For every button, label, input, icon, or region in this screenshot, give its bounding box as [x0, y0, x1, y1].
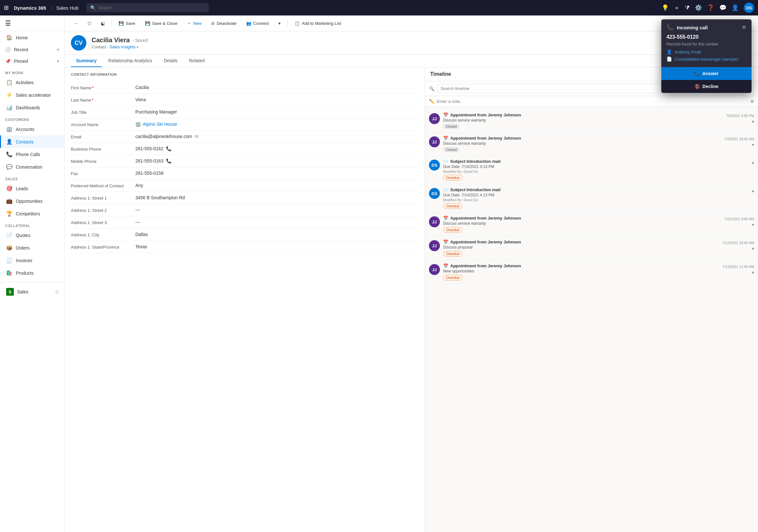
- lightbulb-icon[interactable]: 💡: [662, 4, 669, 11]
- sidebar-item-opportunities[interactable]: 💼 Opportunities: [0, 195, 64, 207]
- tl-expand-icon[interactable]: ▾: [752, 270, 754, 275]
- business-phone-call-icon[interactable]: 📞: [166, 146, 171, 151]
- sidebar-item-competitors[interactable]: 🏆 Competitors: [0, 207, 64, 220]
- chat-icon[interactable]: 💬: [719, 4, 726, 11]
- deactivate-button[interactable]: ⊘ Deactivate: [207, 19, 240, 28]
- sidebar-item-leads[interactable]: 🎯 Leads: [0, 182, 64, 195]
- timeline-note-input[interactable]: [437, 99, 748, 104]
- popup-button[interactable]: ⬕: [97, 19, 109, 28]
- field-email: Email cacilia@alpineskihouse.com ✉: [71, 130, 418, 143]
- grid-icon[interactable]: ⊞: [4, 4, 9, 11]
- user-avatar[interactable]: DS: [744, 3, 754, 13]
- save-button[interactable]: 💾 Save: [115, 19, 140, 28]
- hamburger-icon: ☰: [5, 19, 11, 27]
- note-options-icon[interactable]: ⊕: [750, 99, 754, 104]
- timeline-avatar: JJ: [429, 240, 440, 251]
- timeline-avatar: DS: [429, 160, 440, 170]
- marketing-icon: 📋: [294, 21, 300, 26]
- email-send-icon[interactable]: ✉: [195, 134, 198, 139]
- sidebar-label-recent: Recent: [14, 47, 28, 52]
- sidebar-item-home[interactable]: 🏠 Home: [0, 31, 64, 44]
- sidebar-item-dashboards[interactable]: 📊 Dashboards: [0, 101, 64, 114]
- sidebar-item-conversation[interactable]: 💬 Conversation: [0, 160, 64, 173]
- account-link[interactable]: 🏢 Alpine Ski House: [135, 122, 418, 127]
- sales-insights-link[interactable]: Sales Insights: [110, 45, 136, 49]
- sales-bottom-icon: S: [6, 288, 14, 296]
- tl-expand-icon[interactable]: ▾: [752, 119, 754, 124]
- sales-accelerator-icon: ⚡: [6, 92, 13, 98]
- appointment-icon: 📅: [443, 216, 448, 221]
- tab-relationship-analytics[interactable]: Relationship Analytics: [103, 55, 157, 67]
- help-icon[interactable]: ❓: [707, 4, 714, 11]
- timeline-item: JJ 📅 Appointment from Jeremy Johnson Dis…: [425, 212, 758, 236]
- sidebar-item-phone-calls[interactable]: 📞 Phone Calls: [0, 148, 64, 160]
- records-found-label: Records found for this number: [667, 42, 746, 47]
- settings-icon[interactable]: ⚙️: [695, 4, 702, 11]
- timeline-content: ✉️ Subject Introduction mail Due Date: 7…: [443, 159, 749, 181]
- tl-expand-icon[interactable]: ▾: [752, 142, 754, 147]
- sidebar-item-invoices[interactable]: 🧾 Invoices: [0, 254, 64, 266]
- duplicate-button[interactable]: ⬡: [84, 19, 95, 28]
- record-name: Cacilia Viera: [91, 36, 130, 44]
- sidebar-item-quotes[interactable]: 📄 Quotes: [0, 229, 64, 241]
- sidebar-label-products: Products: [16, 270, 34, 276]
- save-close-icon: 💾: [145, 21, 150, 26]
- tl-expand-icon[interactable]: ▾: [752, 246, 754, 251]
- sidebar-item-pinned[interactable]: 📌 Pinned ▾: [0, 55, 64, 67]
- tl-title: 📅 Appointment from Jeremy Johnson: [443, 113, 723, 117]
- tab-related[interactable]: Related: [184, 55, 210, 67]
- save-close-button[interactable]: 💾 Save & Close: [141, 19, 182, 28]
- consolidated-messenger-link[interactable]: Consolidated messenger (sample): [674, 57, 738, 61]
- tl-expand-icon[interactable]: ▾: [752, 222, 754, 227]
- decline-button[interactable]: 📵 Decline: [661, 80, 751, 93]
- tl-badge: Overdue: [443, 203, 463, 209]
- tab-details[interactable]: Details: [158, 55, 183, 67]
- sidebar-item-orders[interactable]: 📦 Orders: [0, 241, 64, 254]
- sidebar-item-contacts[interactable]: 👤 Contacts: [0, 135, 64, 148]
- search-input[interactable]: [98, 5, 205, 10]
- popup-close-button[interactable]: ✕: [741, 24, 746, 31]
- appointment-icon: 📅: [443, 113, 448, 117]
- sidebar-item-products[interactable]: 🛍️ Products: [0, 266, 64, 279]
- record-saved-status: - Saved: [132, 38, 148, 43]
- sidebar-item-accounts[interactable]: 🏢 Accounts: [0, 123, 64, 135]
- filter-icon[interactable]: ⧩: [685, 5, 690, 11]
- connect-button[interactable]: 👥 Connect: [242, 19, 273, 28]
- timeline-content: 📅 Appointment from Jeremy Johnson Discus…: [443, 136, 721, 152]
- more-icon: ▾: [278, 21, 281, 26]
- plus-icon[interactable]: ＋: [674, 4, 680, 12]
- sidebar-item-sales-accelerator[interactable]: ⚡ Sales accelerator: [0, 89, 64, 101]
- incoming-phone-number: 423-555-0120: [667, 34, 746, 40]
- back-button[interactable]: ←: [70, 19, 82, 28]
- timeline-title: Timeline: [430, 71, 451, 77]
- sidebar-toggle[interactable]: ☰: [0, 16, 64, 31]
- timeline-avatar: JJ: [429, 113, 440, 124]
- tl-expand-icon[interactable]: ▾: [752, 160, 754, 165]
- tl-expand-icon[interactable]: ▾: [752, 189, 754, 194]
- popup-actions: 📞 Answer 📵 Decline: [661, 67, 751, 93]
- sidebar-item-sales-bottom[interactable]: S Sales ◇: [0, 285, 64, 299]
- label-fax: Fax: [71, 170, 135, 176]
- add-marketing-button[interactable]: 📋 Add to Marketing List: [291, 19, 345, 28]
- search-bar[interactable]: 🔍: [86, 3, 209, 12]
- mobile-phone-call-icon[interactable]: 📞: [166, 158, 171, 163]
- popup-body: 423-555-0120 Records found for this numb…: [661, 34, 751, 67]
- more-button[interactable]: ▾: [274, 19, 285, 28]
- dashboards-icon: 📊: [6, 104, 13, 111]
- timeline-avatar: JJ: [429, 264, 440, 275]
- sidebar-item-activities[interactable]: 📋 Activities: [0, 76, 64, 89]
- new-button[interactable]: ＋ New: [183, 18, 206, 28]
- sidebar-item-recent[interactable]: 🕐 Recent ▾: [0, 44, 64, 55]
- popup-record-anthony[interactable]: 👤 Anthony Pruitt: [667, 48, 746, 55]
- timeline-avatar: JJ: [429, 216, 440, 227]
- record-type: Contact: [91, 45, 106, 49]
- field-address1-street2: Address 1: Street 2 ---: [71, 204, 418, 216]
- answer-button[interactable]: 📞 Answer: [661, 67, 751, 80]
- popup-record-consolidated[interactable]: 📄 Consolidated messenger (sample): [667, 55, 746, 62]
- label-address1-street2: Address 1: Street 2: [71, 207, 135, 213]
- anthony-pruitt-link[interactable]: Anthony Pruitt: [674, 50, 701, 54]
- person-icon[interactable]: 👤: [732, 4, 739, 11]
- timeline-content: 📅 Appointment from Jeremy Johnson Discus…: [443, 239, 719, 257]
- tl-date: 7/21/2021 9:00 AM: [724, 217, 754, 221]
- tab-summary[interactable]: Summary: [71, 55, 102, 67]
